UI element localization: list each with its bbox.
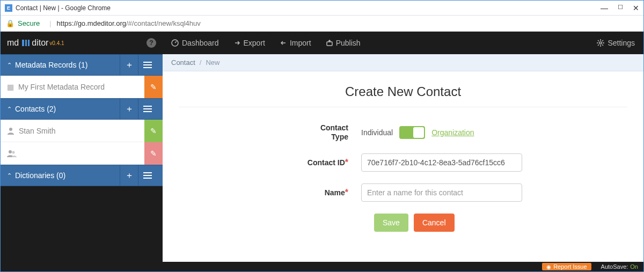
- main: Dashboard Export Import Publish: [163, 32, 643, 262]
- secure-label: Secure: [18, 19, 40, 27]
- list-icon[interactable]: [138, 54, 156, 76]
- label-text: Contact ID: [308, 158, 345, 167]
- label-text: Contact Type: [305, 123, 348, 142]
- form-actions: Save Cancel: [374, 214, 627, 232]
- window-maximize-icon[interactable]: ☐: [618, 4, 623, 12]
- nav-label: Import: [290, 39, 311, 47]
- url-protocol: https://: [57, 19, 78, 27]
- svg-rect-5: [143, 67, 152, 68]
- cancel-button[interactable]: Cancel: [414, 214, 455, 232]
- nav-publish[interactable]: Publish: [326, 39, 361, 47]
- dashboard-icon: [171, 39, 179, 47]
- url-path: /#/contact/new/ksql4huv: [126, 19, 201, 27]
- sidebar-item-metadata-record[interactable]: ▦ My First Metadata Record ✎: [1, 76, 163, 98]
- report-issue-button[interactable]: ◉ Report Issue: [542, 263, 591, 270]
- svg-point-11: [12, 151, 15, 153]
- pencil-icon[interactable]: ✎: [144, 142, 163, 165]
- svg-rect-4: [143, 64, 152, 65]
- form: Create New Contact Contact Type Individu…: [163, 71, 643, 262]
- organization-link[interactable]: Organization: [431, 128, 474, 137]
- brand-version: v0.4.1: [49, 40, 64, 46]
- url-host: go.mdeditor.org: [78, 19, 126, 27]
- autosave-label: AutoSave:: [601, 263, 628, 270]
- sidebar-item-contact[interactable]: Stan Smith ✎: [1, 120, 163, 142]
- svg-rect-13: [143, 175, 152, 176]
- window-minimize-icon[interactable]: —: [601, 4, 608, 12]
- svg-point-18: [599, 42, 602, 44]
- nav-export[interactable]: Export: [234, 39, 265, 47]
- grid-icon: ▦: [7, 83, 14, 91]
- user-icon: [7, 127, 14, 135]
- divider: [179, 107, 627, 107]
- svg-rect-6: [143, 106, 152, 107]
- chevron-up-icon: ⌃: [7, 172, 12, 179]
- github-icon: ◉: [546, 264, 551, 270]
- sidebar-header-contacts[interactable]: ⌃ Contacts (2) ＋: [1, 98, 163, 120]
- row-name: Name*: [179, 183, 627, 202]
- autosave-state: On: [630, 263, 638, 270]
- svg-line-23: [598, 40, 599, 41]
- nav-label: Publish: [336, 39, 361, 47]
- pencil-icon[interactable]: ✎: [144, 76, 163, 98]
- url[interactable]: https://go.mdeditor.org/#/contact/new/ks…: [57, 19, 201, 27]
- add-icon[interactable]: ＋: [120, 165, 138, 186]
- individual-label: Individual: [361, 128, 393, 137]
- brand: md ditor v0.4.1 ?: [1, 32, 163, 54]
- report-label: Report Issue: [553, 263, 587, 270]
- chevron-up-icon: ⌃: [7, 62, 12, 69]
- svg-line-26: [598, 45, 599, 46]
- svg-line-25: [602, 40, 603, 41]
- add-icon[interactable]: ＋: [120, 54, 138, 76]
- svg-rect-8: [143, 111, 152, 112]
- save-button[interactable]: Save: [374, 214, 408, 232]
- breadcrumb-separator: /: [200, 58, 202, 67]
- nav-label: Dashboard: [182, 39, 219, 47]
- favicon-icon: E: [5, 4, 12, 12]
- sidebar-header-label: Dictionaries (0): [15, 171, 65, 180]
- lock-icon: 🔒: [6, 19, 14, 27]
- svg-line-16: [175, 41, 177, 43]
- help-icon[interactable]: ?: [147, 38, 156, 48]
- svg-rect-1: [25, 40, 27, 46]
- svg-rect-2: [28, 40, 30, 46]
- nav-import[interactable]: Import: [280, 39, 311, 47]
- topnav: Dashboard Export Import Publish: [163, 32, 643, 54]
- svg-rect-3: [143, 62, 152, 63]
- sidebar-header-metadata[interactable]: ⌃ Metadata Records (1) ＋: [1, 54, 163, 76]
- window-close-icon[interactable]: ✕: [633, 4, 639, 12]
- chevron-up-icon: ⌃: [7, 106, 12, 113]
- import-icon: [280, 40, 287, 46]
- list-icon[interactable]: [138, 165, 156, 186]
- add-icon[interactable]: ＋: [120, 98, 138, 120]
- window-title: Contact | New | - Google Chrome: [16, 4, 111, 12]
- list-icon[interactable]: [138, 98, 156, 120]
- name-input[interactable]: [361, 183, 522, 202]
- users-icon: [7, 150, 17, 157]
- chrome-titlebar: E Contact | New | - Google Chrome — ☐ ✕: [1, 1, 643, 16]
- sidebar-header-label: Metadata Records (1): [15, 61, 87, 69]
- nav-label: Export: [244, 39, 265, 47]
- page-title: Create New Contact: [179, 84, 627, 99]
- svg-rect-7: [143, 108, 152, 109]
- brand-md: md: [7, 38, 19, 48]
- chrome-addressbar: 🔒 Secure | https://go.mdeditor.org/#/con…: [1, 16, 643, 32]
- breadcrumb: Contact / New: [163, 54, 643, 71]
- svg-rect-0: [22, 40, 24, 46]
- contact-type-toggle[interactable]: [399, 126, 425, 139]
- label-text: Name: [325, 188, 345, 197]
- nav-label: Settings: [608, 39, 635, 47]
- gear-icon: [597, 39, 604, 47]
- sidebar-item-contact-new[interactable]: ✎: [1, 142, 163, 165]
- label-contact-type: Contact Type: [179, 123, 361, 142]
- svg-line-24: [602, 45, 603, 46]
- publish-icon: [326, 40, 333, 46]
- breadcrumb-root[interactable]: Contact: [171, 58, 195, 67]
- svg-rect-14: [143, 178, 152, 179]
- pencil-icon[interactable]: ✎: [144, 120, 163, 142]
- brand-logo-icon: [21, 38, 31, 48]
- contact-id-input[interactable]: [361, 153, 522, 172]
- row-contact-id: Contact ID*: [179, 153, 627, 172]
- sidebar-header-dictionaries[interactable]: ⌃ Dictionaries (0) ＋: [1, 165, 163, 186]
- nav-settings[interactable]: Settings: [597, 39, 635, 47]
- nav-dashboard[interactable]: Dashboard: [171, 39, 219, 47]
